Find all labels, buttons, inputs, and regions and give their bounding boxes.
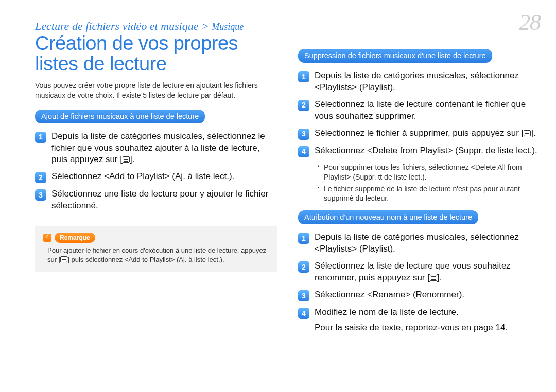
section-header-add: Ajout de fichiers musicaux à une liste d… (35, 110, 205, 123)
step-item: 2 Sélectionnez <Add to Playlist> (Aj. à … (35, 171, 277, 183)
steps-add: 1 Depuis la liste de catégories musicale… (35, 131, 277, 212)
step-text: Sélectionnez la liste de lecture contena… (315, 99, 541, 122)
step-item: 3 Sélectionnez <Rename> (Renommer). (298, 289, 541, 301)
step-item: 4 Sélectionnez <Delete from Playlist> (S… (298, 145, 541, 157)
bullet-item: Le fichier supprimé de la liste de lectu… (315, 184, 541, 204)
step-item: 3 Sélectionnez le fichier à supprimer, p… (298, 128, 541, 140)
step-text: Sélectionnez <Delete from Playlist> (Sup… (315, 145, 541, 157)
section-header-rename: Attribution d'un nouveau nom à une liste… (298, 210, 478, 224)
step-number-icon: 3 (298, 129, 309, 140)
step-item: 3 Sélectionnez une liste de lecture pour… (35, 188, 277, 212)
step-text: Depuis la liste de catégories musicales,… (315, 70, 541, 94)
step-text: Sélectionnez une liste de lecture pour y… (51, 188, 277, 212)
step-text: Modifiez le nom de la liste de lecture. (315, 307, 541, 319)
note-header: Remarque (43, 233, 95, 243)
steps-delete: 1 Depuis la liste de catégories musicale… (298, 70, 541, 157)
note-text: Pour ajouter le fichier en cours d'exécu… (43, 246, 269, 264)
step-text: Sélectionnez <Add to Playlist> (Aj. à li… (51, 171, 277, 183)
page-header: Lecture de fichiers vidéo et musique > M… (35, 9, 541, 35)
menu-icon (430, 275, 437, 281)
steps-rename: 1 Depuis la liste de catégories musicale… (298, 231, 541, 319)
step-number-icon: 2 (298, 261, 309, 273)
step-text: Sélectionnez la liste de lecture que vou… (315, 260, 541, 284)
menu-icon (60, 256, 67, 262)
step-number-icon: 3 (35, 189, 46, 201)
step-item: 1 Depuis la liste de catégories musicale… (298, 70, 541, 94)
note-box: Remarque Pour ajouter le fichier en cour… (35, 226, 277, 272)
breadcrumb-main: Lecture de fichiers vidéo et musique > (35, 20, 209, 32)
step-text: Sélectionnez <Rename> (Renommer). (315, 289, 541, 301)
step-text: Depuis la liste de catégories musicales,… (51, 131, 277, 166)
step-item: 4 Modifiez le nom de la liste de lecture… (298, 307, 541, 319)
bullet-list: Pour supprimer tous les fichiers, sélect… (315, 163, 541, 204)
step-number-icon: 4 (298, 308, 309, 319)
right-column: Suppression de fichiers musicaux d'une l… (298, 33, 541, 334)
section-header-delete: Suppression de fichiers musicaux d'une l… (298, 49, 492, 63)
check-icon (43, 234, 51, 242)
bullet-item: Pour supprimer tous les fichiers, sélect… (315, 163, 541, 182)
step-text: Sélectionnez le fichier à supprimer, pui… (315, 128, 541, 140)
step-item: 1 Depuis la liste de catégories musicale… (298, 231, 541, 255)
step-item: 2 Sélectionnez la liste de lecture conte… (298, 99, 541, 122)
breadcrumb-sub: Musique (212, 22, 244, 32)
step-number-icon: 3 (298, 290, 309, 301)
breadcrumb: Lecture de fichiers vidéo et musique > M… (35, 20, 244, 33)
menu-icon (123, 156, 130, 163)
left-column: Création de vos propres listes de lectur… (35, 33, 277, 334)
page-title: Création de vos propres listes de lectur… (35, 33, 277, 75)
intro-text: Vous pouvez créer votre propre liste de … (35, 81, 277, 100)
content-columns: Création de vos propres listes de lectur… (35, 33, 541, 334)
after-steps-note: Pour la saisie de texte, reportez-vous e… (315, 322, 541, 334)
step-number-icon: 2 (35, 172, 46, 183)
step-item: 1 Depuis la liste de catégories musicale… (35, 131, 277, 166)
step-text: Depuis la liste de catégories musicales,… (315, 231, 541, 255)
menu-icon (524, 130, 531, 136)
step-number-icon: 1 (298, 71, 309, 82)
step-number-icon: 4 (298, 146, 309, 157)
page-number: 28 (519, 9, 541, 35)
step-number-icon: 1 (35, 132, 46, 143)
note-badge: Remarque (55, 233, 95, 243)
step-number-icon: 1 (298, 233, 309, 244)
step-item: 2 Sélectionnez la liste de lecture que v… (298, 260, 541, 284)
step-number-icon: 2 (298, 100, 309, 111)
